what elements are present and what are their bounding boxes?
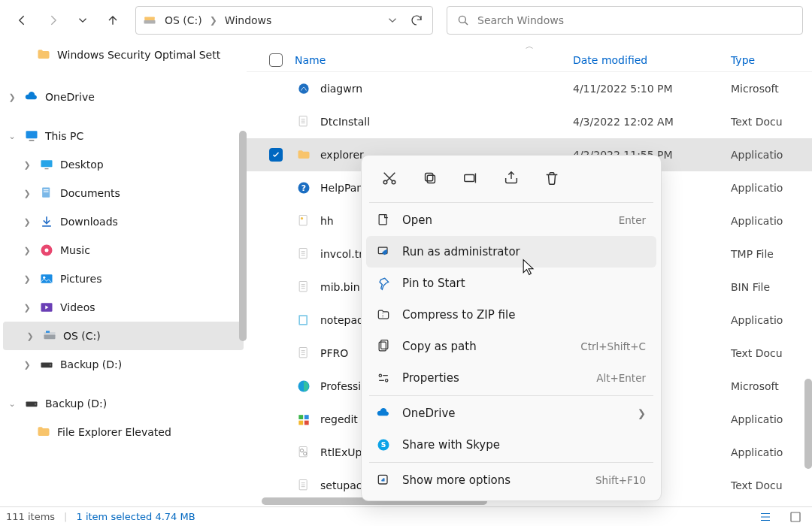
row-checkbox[interactable]	[269, 280, 295, 294]
sidebar-item-music[interactable]: ❯ Music	[0, 236, 247, 265]
row-checkbox[interactable]	[269, 115, 295, 128]
search-input[interactable]: Search Windows	[447, 6, 803, 35]
row-checkbox[interactable]	[269, 313, 295, 327]
ctx-label: Show more options	[402, 473, 585, 487]
copy-button[interactable]	[413, 162, 447, 195]
ctx-label: Properties	[402, 371, 586, 385]
expand-icon[interactable]: ❯	[6, 92, 18, 102]
row-checkbox[interactable]	[269, 413, 295, 426]
ctx-run-admin[interactable]: Run as administrator	[366, 236, 656, 268]
sidebar-item-videos[interactable]: ❯ Videos	[0, 293, 247, 322]
file-icon	[295, 114, 313, 129]
sidebar-item-pictures[interactable]: ❯ Pictures	[0, 265, 247, 293]
sidebar-item-label: This PC	[45, 130, 83, 142]
ctx-pin-start[interactable]: Pin to Start	[366, 268, 656, 299]
folder-icon	[36, 47, 51, 62]
more-icon	[375, 473, 392, 488]
sidebar-item-quickaccess-folder[interactable]: Windows Security Optimal Sett	[0, 41, 247, 69]
ctx-open[interactable]: Open Enter	[366, 204, 656, 236]
row-checkbox[interactable]	[269, 346, 295, 360]
sidebar-item-backup-drive-group[interactable]: ⌄ Backup (D:)	[0, 389, 247, 418]
file-type: Applicatio	[731, 182, 800, 194]
sidebar-item-backup-d[interactable]: ❯ Backup (D:)	[0, 350, 247, 379]
file-type: Text Docu	[731, 479, 800, 491]
row-checkbox[interactable]	[269, 82, 295, 95]
ctx-compress[interactable]: Compress to ZIP file	[366, 299, 656, 331]
sidebar-item-label: OneDrive	[45, 91, 95, 103]
vertical-scrollbar[interactable]	[804, 379, 812, 469]
sidebar-item-thispc[interactable]: ⌄ This PC	[0, 122, 247, 150]
ctx-label: Run as administrator	[402, 245, 646, 258]
details-view-button[interactable]	[755, 509, 776, 524]
sidebar-scrollbar[interactable]	[239, 131, 247, 341]
forward-button[interactable]	[39, 7, 66, 34]
ctx-label: Share with Skype	[402, 438, 646, 452]
cut-button[interactable]	[372, 162, 407, 195]
share-button[interactable]	[494, 162, 529, 195]
file-row[interactable]: DtcInstall4/3/2022 12:02 AMText Docu	[247, 105, 812, 138]
collapse-icon[interactable]: ⌄	[6, 132, 18, 141]
select-all-checkbox[interactable]	[269, 53, 295, 67]
sidebar-item-file-explorer-elevated[interactable]: File Explorer Elevated	[0, 418, 247, 446]
sidebar-item-label: Desktop	[60, 159, 104, 171]
ctx-copy-path[interactable]: Copy as path Ctrl+Shift+C	[366, 331, 656, 362]
refresh-button[interactable]	[407, 11, 426, 30]
column-header-date[interactable]: Date modified	[573, 54, 731, 66]
sidebar-item-label: Windows Security Optimal Sett	[57, 49, 220, 61]
file-icon	[295, 346, 313, 361]
sidebar-item-downloads[interactable]: ❯ Downloads	[0, 207, 247, 236]
svg-rect-50	[379, 342, 386, 351]
svg-point-27	[301, 217, 303, 219]
row-checkbox[interactable]	[269, 446, 295, 459]
sidebar-item-os-c[interactable]: ❯ OS (C:)	[3, 322, 244, 350]
row-checkbox[interactable]	[269, 148, 295, 162]
row-checkbox[interactable]	[269, 214, 295, 228]
column-header-name[interactable]: Name	[295, 54, 573, 66]
chevron-right-icon: ❯	[638, 407, 646, 419]
recent-dropdown[interactable]	[69, 7, 96, 34]
crumb-drive[interactable]: OS (C:)	[162, 7, 205, 34]
large-icons-view-button[interactable]	[785, 509, 806, 524]
svg-rect-26	[299, 216, 307, 225]
file-row[interactable]: diagwrn4/11/2022 5:10 PMMicrosoft	[247, 72, 812, 105]
toolbar: OS (C:) ❯ Windows Search Windows	[0, 0, 812, 41]
ctx-share-skype[interactable]: S Share with Skype	[366, 429, 656, 461]
ctx-properties[interactable]: Properties Alt+Enter	[366, 362, 656, 394]
context-menu: Open Enter Run as administrator Pin to S…	[361, 155, 662, 501]
ctx-label: Copy as path	[402, 340, 570, 353]
collapse-icon[interactable]: ⌄	[6, 399, 18, 409]
crumb-folder[interactable]: Windows	[222, 7, 275, 34]
address-dropdown[interactable]	[383, 11, 402, 30]
scroll-up-icon[interactable]: ︿	[526, 41, 534, 52]
file-type: Text Docu	[731, 347, 800, 359]
address-bar[interactable]: OS (C:) ❯ Windows	[135, 6, 433, 35]
file-type: Applicatio	[731, 215, 800, 227]
row-checkbox[interactable]	[269, 247, 295, 261]
file-icon	[295, 412, 313, 427]
row-checkbox[interactable]	[269, 181, 295, 195]
svg-rect-45	[427, 175, 435, 183]
rename-button[interactable]	[453, 162, 488, 195]
file-icon	[295, 478, 313, 493]
up-button[interactable]	[99, 7, 126, 34]
file-type: Applicatio	[731, 446, 800, 458]
ctx-onedrive[interactable]: OneDrive ❯	[366, 398, 656, 429]
sidebar-item-onedrive[interactable]: ❯ OneDrive	[0, 83, 247, 111]
svg-point-11	[45, 249, 49, 252]
drive-icon	[42, 328, 57, 343]
sidebar-item-desktop[interactable]: ❯ Desktop	[0, 150, 247, 179]
svg-point-53	[386, 379, 388, 382]
row-checkbox[interactable]	[269, 479, 295, 492]
back-button[interactable]	[9, 7, 36, 34]
sidebar-item-documents[interactable]: ❯ Documents	[0, 179, 247, 207]
column-header-type[interactable]: Type	[731, 54, 800, 66]
delete-button[interactable]	[535, 162, 569, 195]
item-count: 111 items	[6, 511, 55, 522]
sidebar: Windows Security Optimal Sett ❯ OneDrive…	[0, 41, 247, 506]
file-date: 4/11/2022 5:10 PM	[573, 83, 731, 95]
status-bar: 111 items | 1 item selected 4.74 MB	[0, 506, 812, 526]
sidebar-item-label: Backup (D:)	[60, 358, 122, 370]
hdd-icon	[39, 357, 54, 372]
row-checkbox[interactable]	[269, 379, 295, 393]
ctx-more-options[interactable]: Show more options Shift+F10	[366, 464, 656, 496]
